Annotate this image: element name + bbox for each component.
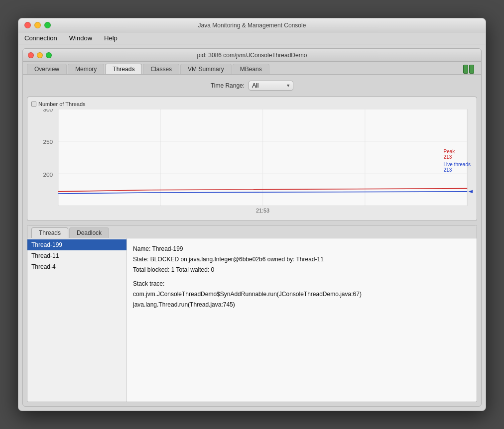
- tabs-bar: Overview Memory Threads Classes VM Summa…: [23, 62, 481, 75]
- name-value: Thread-199: [152, 245, 183, 252]
- inner-window-title: pid: 3086 com/jvm/JConsoleThreadDemo: [197, 52, 307, 59]
- inner-traffic-lights: [28, 52, 52, 58]
- inner-minimize-button[interactable]: [37, 52, 43, 58]
- stack-line-2: java.lang.Thread.run(Thread.java:745): [133, 300, 471, 310]
- plugin-block-1: [463, 65, 468, 74]
- main-window: Java Monitoring & Management Console Con…: [18, 18, 486, 411]
- tab-mbeans[interactable]: MBeans: [233, 64, 269, 74]
- bottom-tabs: Threads Deadlock: [27, 225, 477, 238]
- peak-label: Peak: [444, 149, 471, 154]
- svg-text:21:53: 21:53: [256, 208, 269, 214]
- chart-area: 300 250 200 21:53: [31, 109, 473, 214]
- thread-name-line: Name: Thread-199: [133, 244, 471, 254]
- thread-blocked-line: Total blocked: 1 Total waited: 0: [133, 265, 471, 275]
- tab-classes[interactable]: Classes: [143, 64, 179, 74]
- thread-list: Thread-199 Thread-11 Thread-4: [27, 238, 127, 402]
- svg-text:300: 300: [43, 109, 53, 112]
- state-label: State:: [133, 256, 148, 263]
- menubar: Connection Window Help: [18, 32, 486, 44]
- plugin-icon: [463, 65, 477, 74]
- waited-value: 0: [211, 266, 215, 273]
- inner-window: pid: 3086 com/jvm/JConsoleThreadDemo Ove…: [22, 48, 482, 407]
- time-range-row: Time Range: All 1 min 5 min 10 min 1 hou…: [27, 79, 477, 93]
- inner-close-button[interactable]: [28, 52, 34, 58]
- chart-svg: 300 250 200 21:53: [31, 109, 473, 214]
- time-range-label: Time Range:: [211, 82, 245, 89]
- thread-item-0[interactable]: Thread-199: [27, 239, 126, 250]
- time-range-select[interactable]: All 1 min 5 min 10 min 1 hour: [249, 81, 293, 91]
- chart-container: Number of Threads: [27, 97, 477, 221]
- tab-deadlock[interactable]: Deadlock: [69, 227, 109, 238]
- tab-vm-summary[interactable]: VM Summary: [180, 64, 232, 74]
- close-button[interactable]: [24, 22, 31, 28]
- peak-value: 213: [444, 154, 471, 160]
- bottom-content: Thread-199 Thread-11 Thread-4 Name: Thre…: [27, 238, 477, 402]
- thread-item-2[interactable]: Thread-4: [27, 261, 126, 272]
- tab-threads-list[interactable]: Threads: [31, 227, 68, 238]
- tab-memory[interactable]: Memory: [68, 64, 104, 74]
- inner-maximize-button[interactable]: [46, 52, 52, 58]
- bottom-panel: Threads Deadlock Thread-199 Thread-11 Th…: [27, 225, 477, 402]
- svg-marker-12: [468, 190, 473, 193]
- state-value: BLOCKED on java.lang.Integer@6bbe02b6 ow…: [150, 256, 324, 263]
- content-area: Time Range: All 1 min 5 min 10 min 1 hou…: [23, 75, 481, 406]
- window-title: Java Monitoring & Management Console: [198, 22, 306, 29]
- title-bar: Java Monitoring & Management Console: [18, 18, 486, 32]
- name-label: Name:: [133, 245, 150, 252]
- inner-titlebar: pid: 3086 com/jvm/JConsoleThreadDemo: [23, 49, 481, 62]
- minimize-button[interactable]: [34, 22, 41, 28]
- svg-text:200: 200: [43, 172, 53, 178]
- thread-state-line: State: BLOCKED on java.lang.Integer@6bbe…: [133, 255, 471, 264]
- waited-label: Total waited:: [176, 266, 211, 273]
- tab-overview[interactable]: Overview: [27, 64, 67, 74]
- blocked-label: Total blocked:: [133, 266, 171, 273]
- peak-annotation: Peak 213 Live threads 213: [444, 149, 471, 173]
- live-label: Live threads: [444, 162, 471, 167]
- time-range-select-wrapper: All 1 min 5 min 10 min 1 hour ▼: [249, 81, 293, 91]
- menu-help[interactable]: Help: [102, 34, 120, 42]
- tab-threads[interactable]: Threads: [105, 64, 142, 74]
- traffic-lights: [24, 22, 51, 28]
- menu-window[interactable]: Window: [67, 34, 94, 42]
- stack-line-1: com.jvm.JConsoleThreadDemo$SynAddRunnabl…: [133, 290, 471, 299]
- stack-trace-label: Stack trace:: [133, 279, 471, 289]
- maximize-button[interactable]: [44, 22, 51, 28]
- thread-item-1[interactable]: Thread-11: [27, 250, 126, 261]
- chart-title: Number of Threads: [31, 101, 473, 107]
- thread-detail: Name: Thread-199 State: BLOCKED on java.…: [127, 238, 477, 402]
- menu-connection[interactable]: Connection: [22, 34, 59, 42]
- live-value: 213: [444, 167, 471, 173]
- plugin-block-2: [469, 65, 474, 74]
- svg-text:250: 250: [43, 139, 53, 145]
